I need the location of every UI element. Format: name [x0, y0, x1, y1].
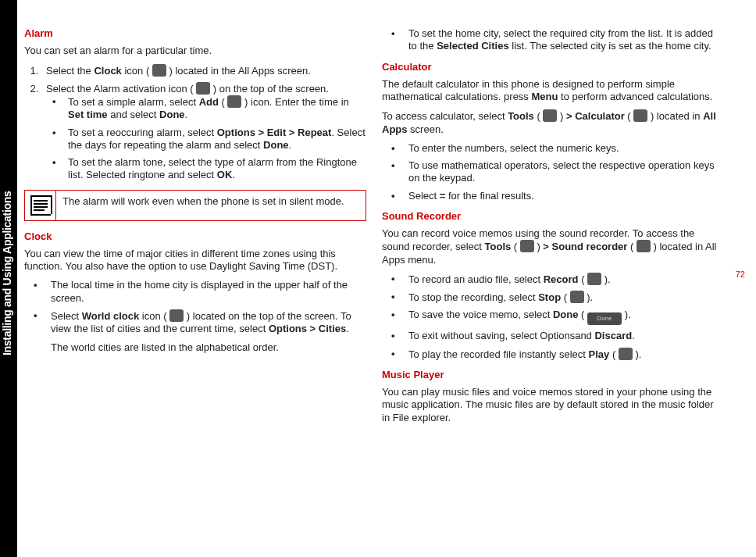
inline-icon	[633, 109, 647, 122]
calculator-bullets: To enter the numbers, select the numeric…	[382, 142, 724, 202]
heading-clock: Clock	[24, 230, 366, 243]
rec-b1: To record an audio file, select Record (…	[382, 273, 724, 286]
inline-icon	[637, 240, 651, 252]
content-columns: Alarm You can set an alarm for a particu…	[24, 27, 733, 430]
inline-icon	[570, 291, 584, 303]
rec-b3: To save the voice memo, select Done ( Do…	[382, 309, 724, 325]
clock-bullet-1: The local time in the home city is displ…	[24, 279, 366, 305]
rec-b4: To exit without saving, select Optionsan…	[382, 330, 724, 342]
calc-b1: To enter the numbers, select the numeric…	[382, 142, 724, 155]
heading-alarm: Alarm	[24, 27, 366, 40]
clock-p2: The world cities are listed in the alpha…	[24, 341, 366, 354]
done-button-icon: Done	[587, 312, 622, 325]
rec-b2: To stop the recording, select Stop ( ).	[382, 291, 724, 304]
inline-icon	[587, 273, 601, 285]
inline-icon	[619, 348, 633, 360]
clock-icon	[152, 64, 166, 77]
calc-b2: To use mathematical operators, select th…	[382, 159, 724, 185]
inline-icon	[169, 309, 184, 322]
inline-icon	[543, 109, 557, 122]
sidebar-label: Installing and Using Applications	[1, 191, 15, 355]
home-city-item: To set the home city, select the require…	[382, 27, 724, 53]
note-icon	[30, 195, 51, 216]
calc-b3: Select = for the final results.	[382, 190, 724, 202]
alarm-bullet-2: To set a reoccuring alarm, select Option…	[46, 127, 366, 152]
home-city-bullet: To set the home city, select the require…	[382, 27, 724, 53]
clock-bullet-2: Select World clock icon ( ) located on t…	[24, 309, 366, 336]
clock-p1: You can view the time of major cities in…	[24, 248, 366, 273]
clock-bullets: The local time in the home city is displ…	[24, 279, 366, 335]
calculator-p2: To access calculator, select Tools ( ) >…	[382, 109, 724, 136]
heading-music: Music Player	[382, 369, 724, 381]
alarm-bullets: To set a simple alarm, select Add ( ) ic…	[46, 95, 366, 182]
music-p1: You can play music files and voice memos…	[382, 386, 724, 424]
heading-calculator: Calculator	[382, 61, 724, 73]
heading-recorder: Sound Recorder	[382, 210, 724, 223]
sidebar-tab: Installing and Using Applications	[0, 0, 17, 557]
alarm-step-1: Select the Clock icon ( ) located in the…	[41, 64, 366, 77]
recorder-p1: You can record voice memos using the sou…	[382, 227, 724, 266]
recorder-bullets: To record an audio file, select Record (…	[382, 273, 724, 361]
page-number: 72	[736, 270, 745, 280]
alarm-activation-icon	[196, 82, 210, 95]
inline-icon	[520, 240, 534, 252]
calculator-p1: The default calculator in this phone is …	[382, 78, 724, 104]
alarm-bullet-1: To set a simple alarm, select Add ( ) ic…	[46, 95, 366, 122]
alarm-step-2: Select the Alarm activation icon ( ) on …	[41, 82, 366, 182]
note-icon-cell	[25, 191, 56, 220]
alarm-intro: You can set an alarm for a particular ti…	[24, 45, 366, 57]
right-column: To set the home city, select the require…	[382, 27, 724, 430]
note-text: The alarm will work even when the phone …	[56, 191, 366, 220]
note-box: The alarm will work even when the phone …	[24, 190, 366, 221]
inline-icon	[227, 95, 241, 108]
rec-b5: To play the recorded file instantly sele…	[382, 348, 724, 361]
left-column: Alarm You can set an alarm for a particu…	[24, 27, 366, 430]
alarm-bullet-3: To set the alarm tone, select the type o…	[46, 156, 366, 182]
alarm-steps: Select the Clock icon ( ) located in the…	[24, 64, 366, 182]
